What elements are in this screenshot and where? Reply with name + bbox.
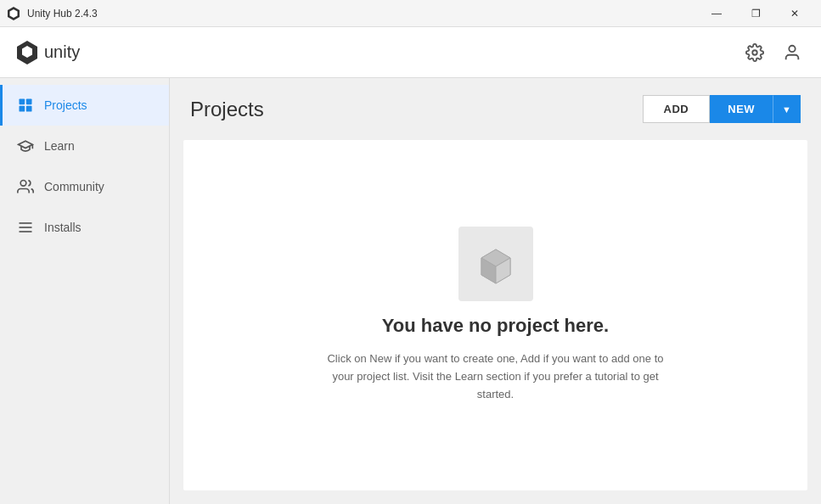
close-button[interactable]: ✕ (775, 0, 814, 27)
content-area: Projects ADD NEW ▼ You have no project h… (170, 78, 821, 504)
sidebar-item-community[interactable]: Community (0, 166, 169, 207)
installs-icon (17, 219, 34, 236)
svg-rect-3 (26, 99, 32, 105)
account-icon (783, 43, 801, 62)
sidebar-label-installs: Installs (44, 221, 82, 234)
learn-icon (17, 137, 34, 154)
page-title: Projects (190, 98, 264, 121)
window-controls[interactable]: — ❐ ✕ (697, 0, 814, 27)
settings-button[interactable] (739, 37, 770, 68)
projects-area: You have no project here. Click on New i… (183, 140, 807, 490)
sidebar-label-projects: Projects (44, 98, 87, 112)
empty-title: You have no project here. (382, 315, 609, 337)
account-button[interactable] (777, 37, 807, 68)
sidebar-label-community: Community (44, 180, 104, 193)
content-header: Projects ADD NEW ▼ (170, 78, 821, 140)
header-actions (739, 37, 807, 68)
content-actions: ADD NEW ▼ (643, 95, 801, 123)
titlebar: Unity Hub 2.4.3 — ❐ ✕ (0, 0, 821, 27)
empty-description: Click on New if you want to create one, … (318, 350, 674, 403)
svg-point-1 (789, 45, 795, 51)
empty-icon-container (458, 227, 533, 301)
unity-text: unity (44, 42, 80, 62)
new-button[interactable]: NEW (710, 95, 773, 123)
main-layout: Projects Learn Community (0, 78, 821, 504)
logo: unity (14, 39, 80, 66)
sidebar-item-learn[interactable]: Learn (0, 126, 169, 166)
sidebar-label-learn: Learn (44, 139, 75, 153)
svg-rect-5 (26, 106, 32, 112)
community-icon (17, 178, 34, 195)
minimize-button[interactable]: — (697, 0, 736, 27)
svg-rect-4 (20, 106, 25, 112)
cube-icon (475, 243, 517, 285)
empty-state: You have no project here. Click on New i… (284, 193, 708, 437)
app-icon (7, 7, 20, 20)
sidebar: Projects Learn Community (0, 78, 170, 504)
sidebar-item-installs[interactable]: Installs (0, 207, 169, 248)
svg-rect-2 (20, 99, 25, 105)
sidebar-item-projects[interactable]: Projects (0, 85, 169, 126)
new-dropdown-button[interactable]: ▼ (773, 95, 801, 123)
app-title: Unity Hub 2.4.3 (27, 8, 98, 20)
add-button[interactable]: ADD (643, 95, 711, 123)
svg-point-6 (20, 181, 26, 187)
projects-icon (17, 97, 34, 114)
unity-logo-icon (14, 39, 41, 66)
svg-point-0 (752, 50, 757, 55)
header: unity (0, 27, 821, 78)
maximize-button[interactable]: ❐ (736, 0, 775, 27)
gear-icon (745, 43, 764, 62)
titlebar-left: Unity Hub 2.4.3 (7, 7, 98, 20)
